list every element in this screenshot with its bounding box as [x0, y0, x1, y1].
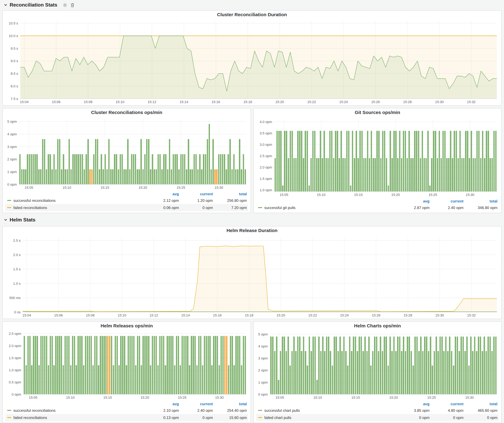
bar [486, 351, 487, 394]
trash-icon[interactable] [71, 3, 74, 7]
y-tick-label: 3 opm [7, 145, 17, 149]
bar [115, 336, 116, 394]
bar [493, 337, 495, 394]
bar [25, 169, 26, 184]
legend-col-header[interactable]: avg [146, 192, 180, 196]
y-tick-label: 5 opm [7, 120, 17, 123]
x-tick-label: 15:15 [101, 186, 109, 189]
bar [386, 158, 387, 192]
bar [339, 337, 341, 394]
bar [399, 337, 401, 394]
bar [490, 337, 491, 394]
legend-col-header[interactable]: total [465, 402, 499, 406]
legend-series-label[interactable]: successful reconciliations [13, 408, 56, 412]
bar [318, 158, 319, 192]
series-area [23, 246, 497, 312]
bar [44, 336, 45, 394]
panel-title[interactable]: Git Sources ops/min [256, 108, 499, 117]
legend-series-label[interactable]: failed reconciliations [13, 415, 47, 420]
legend-col-header[interactable]: current [431, 199, 465, 203]
bar [229, 139, 231, 184]
y-tick-label: 2.5 s [13, 239, 21, 242]
bar [138, 169, 140, 184]
bar [441, 337, 443, 394]
legend-col-header[interactable]: current [180, 402, 214, 406]
bar [436, 337, 437, 394]
bar [486, 131, 487, 192]
legend-col-header[interactable]: avg [397, 402, 431, 406]
bar [109, 336, 110, 394]
legend-header: avgcurrenttotal [256, 198, 499, 204]
legend-col-header[interactable]: current [180, 192, 214, 196]
chevron-down-icon[interactable] [4, 218, 7, 222]
bar [369, 158, 370, 192]
chart-area[interactable]: 7.5 s8.0 s8.5 s9.0 s9.5 s10.0 s10.5 s15:… [5, 19, 499, 105]
x-tick-label: 15:20 [275, 100, 284, 104]
chevron-down-icon[interactable] [4, 3, 7, 7]
gear-icon[interactable] [63, 3, 67, 7]
legend-col-header[interactable]: current [431, 402, 465, 406]
panel-helm-release-duration: Helm Release Duration 0 ns500 ms1.0 s1.5… [2, 226, 502, 319]
panel-title-text: Cluster Reconciliations ops/min [91, 110, 162, 115]
bar [207, 139, 208, 184]
section-header-reconciliation-stats[interactable]: Reconciliation Stats [4, 2, 74, 8]
bar [135, 365, 136, 394]
bar [239, 336, 240, 394]
chart-cluster-reconciliation-duration[interactable]: 7.5 s8.0 s8.5 s9.0 s9.5 s10.0 s10.5 s15:… [5, 19, 499, 105]
y-tick-label: 1.0 opm [9, 368, 21, 372]
bar [437, 158, 438, 192]
bar [388, 365, 389, 394]
bar [352, 131, 353, 192]
legend-col-header[interactable]: avg [146, 402, 180, 406]
chart-area[interactable]: 0 opm1 opm2 opm3 opm4 opm5 opm15:0515:10… [5, 117, 249, 190]
bar [68, 336, 70, 394]
legend-col-header[interactable]: total [214, 402, 248, 406]
legend-col-header[interactable]: avg [397, 199, 431, 203]
legend-series-label[interactable]: failed reconciliations [13, 206, 47, 210]
legend-series-label[interactable]: successful git pulls [264, 206, 295, 210]
bar [25, 365, 27, 394]
chart-helm-releases-opm[interactable]: 0 opm0.5 opm1.0 opm1.5 opm2.0 opm2.5 opm… [5, 330, 249, 400]
bar [150, 169, 151, 184]
bar [286, 351, 287, 394]
bar [368, 337, 370, 394]
legend-series-label[interactable]: successful reconciliations [13, 198, 56, 203]
bar [139, 336, 140, 394]
panel-title[interactable]: Helm Charts ops/min [256, 322, 499, 330]
bar [148, 139, 150, 184]
section-header-helm-stats[interactable]: Helm Stats [4, 217, 35, 223]
panel-helm-charts-opm: Helm Charts ops/min 0 opm1 opm2 opm3 opm… [253, 322, 502, 423]
bar [154, 336, 155, 394]
panel-title[interactable]: Helm Releases ops/min [5, 322, 249, 330]
bar [92, 365, 94, 394]
bar [182, 154, 184, 184]
legend-series-label[interactable]: failed chart pulls [264, 415, 291, 420]
chart-area[interactable]: 0 opm0.5 opm1.0 opm1.5 opm2.0 opm2.5 opm… [5, 330, 249, 400]
x-tick-label: 15:25 [177, 186, 185, 189]
chart-helm-release-duration[interactable]: 0 ns500 ms1.0 s1.5 s2.0 s2.5 s15:0415:06… [5, 235, 499, 318]
bar [40, 336, 42, 394]
panel-title[interactable]: Cluster Reconciliation Duration [5, 11, 499, 19]
chart-area[interactable]: 0 ns500 ms1.0 s1.5 s2.0 s2.5 s15:0415:06… [5, 235, 499, 318]
bar [130, 336, 131, 394]
chart-cluster-reconciliations-opm[interactable]: 0 opm1 opm2 opm3 opm4 opm5 opm15:0515:10… [5, 117, 249, 190]
chart-area[interactable]: 0 opm1 opm2 opm3 opm4 opm5 opm15:0515:10… [256, 330, 499, 400]
bar [391, 158, 393, 192]
legend: avgcurrenttotalsuccessful reconciliation… [5, 190, 249, 212]
legend-col-header[interactable]: total [214, 192, 248, 196]
bar [414, 131, 415, 192]
bar [428, 351, 429, 394]
bar [443, 131, 444, 192]
bar [237, 336, 239, 394]
legend-col-header[interactable]: total [465, 199, 499, 203]
panel-title[interactable]: Cluster Reconciliations ops/min [5, 108, 249, 117]
legend-series-label[interactable]: successful chart pulls [264, 408, 300, 412]
bar [467, 131, 468, 192]
panel-title[interactable]: Helm Release Duration [5, 226, 499, 235]
bar [211, 365, 212, 394]
chart-git-sources-opm[interactable]: 1.0 opm1.5 opm2.0 opm2.5 opm3.0 opm3.5 o… [256, 117, 499, 198]
chart-helm-charts-opm[interactable]: 0 opm1 opm2 opm3 opm4 opm5 opm15:0515:10… [256, 330, 499, 400]
chart-area[interactable]: 1.0 opm1.5 opm2.0 opm2.5 opm3.0 opm3.5 o… [256, 117, 499, 198]
bar [456, 131, 457, 192]
bar [76, 365, 77, 394]
